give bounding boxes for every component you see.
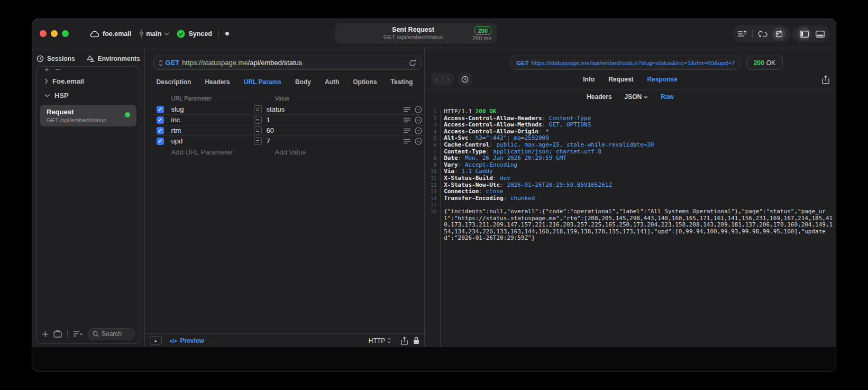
line-number: 1: [425, 108, 441, 115]
add-session-button[interactable]: +: [44, 66, 49, 74]
subtab-raw-label: Raw: [661, 93, 674, 101]
toggle-bottom-panel-button[interactable]: [816, 31, 825, 38]
tab-body[interactable]: Body: [295, 78, 311, 86]
equals-icon[interactable]: =: [254, 137, 262, 145]
status-badge: 200: [474, 26, 491, 35]
preview-button[interactable]: </> Preview: [170, 337, 204, 344]
param-name[interactable]: inc: [171, 116, 254, 124]
tab-request[interactable]: Request: [608, 76, 633, 83]
value-format-icon[interactable]: [404, 139, 410, 144]
value-format-icon[interactable]: [404, 107, 410, 112]
toolbar-separator: [752, 30, 753, 38]
subtab-headers[interactable]: Headers: [587, 93, 611, 101]
line-number: 11: [425, 175, 441, 182]
tree-group-foe-email[interactable]: Foe.email: [37, 74, 140, 88]
chevron-down-icon[interactable]: [164, 32, 169, 35]
minimize-window-button[interactable]: [51, 30, 58, 37]
traffic-lights: [40, 30, 69, 37]
sidebar-toolbar: Search: [37, 324, 140, 343]
subtab-headers-label: Headers: [587, 93, 611, 101]
param-row: ✓ rtm = 60: [153, 125, 425, 135]
unsaved-indicator-dot: [225, 32, 229, 35]
protocol-label: HTTP: [369, 337, 385, 344]
value-format-icon[interactable]: [404, 117, 410, 123]
param-row: ✓ slug = status: [153, 104, 425, 114]
remove-session-button[interactable]: −: [56, 66, 60, 74]
tab-auth[interactable]: Auth: [325, 78, 339, 86]
window-bottom-area: [32, 347, 836, 371]
protocol-selector[interactable]: HTTP: [369, 337, 391, 344]
delete-row-icon[interactable]: [415, 138, 422, 145]
workspace-name[interactable]: foe.email: [103, 30, 131, 38]
tab-response[interactable]: Response: [647, 76, 678, 83]
preview-label: Preview: [180, 337, 204, 344]
subtab-json[interactable]: JSON: [625, 93, 648, 101]
new-folder-button[interactable]: [53, 330, 62, 338]
tab-url-params[interactable]: URL Params: [244, 78, 281, 86]
param-checkbox[interactable]: ✓: [157, 116, 164, 124]
tab-info[interactable]: Info: [583, 76, 595, 83]
column-header-value: Value: [275, 95, 289, 102]
sidebar: Sessions Environments + −: [32, 48, 144, 347]
sort-filter-button[interactable]: [73, 331, 83, 337]
tab-options[interactable]: Options: [353, 78, 377, 86]
param-value[interactable]: 7: [267, 137, 270, 145]
line-number: 8: [425, 155, 441, 162]
delete-row-icon[interactable]: [415, 106, 422, 113]
param-value[interactable]: 1: [267, 116, 270, 124]
param-name[interactable]: upd: [171, 137, 254, 145]
sent-request-title: Sent Request: [364, 26, 462, 34]
subtab-raw[interactable]: Raw: [661, 93, 674, 101]
add-param-row: Add URL Parameter Add Value: [157, 146, 425, 158]
delete-row-icon[interactable]: [415, 127, 422, 134]
request-list-item-selected[interactable]: Request GET /api/embed/status: [40, 105, 136, 126]
add-param-value-placeholder[interactable]: Add Value: [275, 148, 306, 156]
lock-icon[interactable]: [413, 337, 419, 344]
url-input[interactable]: GET https://statuspage.me/api/embed/stat…: [153, 56, 422, 70]
history-clock-icon: [36, 55, 44, 62]
param-checkbox[interactable]: ✓: [157, 138, 164, 145]
tab-environments[interactable]: Environments: [87, 55, 140, 62]
collapse-panel-button[interactable]: ▲: [150, 336, 162, 345]
tab-testing[interactable]: Testing: [391, 78, 413, 86]
send-receive-button[interactable]: [772, 27, 786, 41]
add-request-button[interactable]: [42, 331, 49, 338]
titlebar-separator: [218, 30, 219, 38]
response-url: https://statuspage.me/api/embed/status?s…: [532, 60, 735, 66]
value-format-icon[interactable]: [404, 128, 410, 133]
tab-description[interactable]: Description: [156, 78, 191, 86]
zoom-window-button[interactable]: [62, 30, 69, 37]
search-input[interactable]: Search: [88, 328, 135, 340]
equals-icon[interactable]: =: [254, 126, 262, 134]
response-line: 14Transfer-Encoding: chunked: [425, 195, 836, 202]
flow-loop-icon[interactable]: [758, 30, 768, 38]
param-value[interactable]: 60: [267, 126, 274, 134]
response-url-display[interactable]: GET https://statuspage.me/api/embed/stat…: [510, 56, 741, 70]
param-checkbox[interactable]: ✓: [157, 127, 164, 134]
tab-headers[interactable]: Headers: [205, 78, 230, 86]
share-icon[interactable]: [401, 337, 408, 345]
resend-request-button[interactable]: [409, 59, 416, 67]
request-method[interactable]: GET: [166, 59, 180, 67]
branch-name[interactable]: main: [146, 30, 161, 38]
delete-row-icon[interactable]: [415, 116, 422, 124]
param-name[interactable]: rtm: [171, 126, 254, 134]
request-list-icon[interactable]: [737, 30, 747, 38]
param-checkbox[interactable]: ✓: [157, 106, 164, 113]
equals-icon[interactable]: =: [254, 116, 262, 124]
param-name[interactable]: slug: [171, 105, 254, 113]
sent-request-summary[interactable]: Sent Request GET /api/embed/status 200 2…: [335, 23, 497, 43]
column-header-parameter: URL Parameter: [171, 95, 212, 104]
line-number: 6: [425, 142, 441, 149]
param-row: ✓ upd = 7: [153, 135, 425, 146]
method-selector-icon[interactable]: [159, 60, 163, 66]
line-number: 12: [425, 182, 441, 189]
toggle-left-panel-button[interactable]: [797, 27, 811, 41]
equals-icon[interactable]: =: [254, 105, 262, 113]
close-window-button[interactable]: [40, 30, 47, 37]
add-param-name-placeholder[interactable]: Add URL Parameter: [171, 148, 261, 156]
tab-sessions[interactable]: Sessions: [36, 55, 75, 62]
cloud-icon: [89, 30, 99, 38]
tree-group-hsp[interactable]: HSP: [37, 88, 140, 103]
param-value[interactable]: status: [267, 105, 285, 113]
